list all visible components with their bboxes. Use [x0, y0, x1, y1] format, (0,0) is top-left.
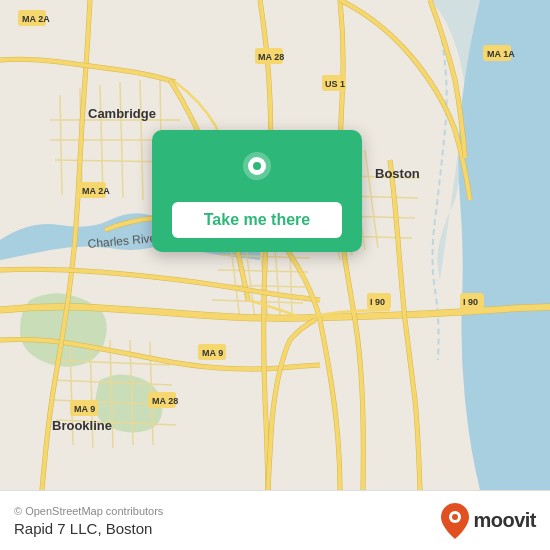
svg-point-65: [452, 514, 458, 520]
location-name: Rapid 7 LLC: [14, 520, 97, 537]
svg-text:MA 28: MA 28: [152, 396, 178, 406]
location-card: Take me there: [152, 130, 362, 252]
svg-text:US 1: US 1: [325, 79, 345, 89]
svg-text:MA 1A: MA 1A: [487, 49, 515, 59]
svg-text:I 90: I 90: [370, 297, 385, 307]
svg-text:Cambridge: Cambridge: [88, 106, 156, 121]
svg-text:MA 2A: MA 2A: [22, 14, 50, 24]
svg-text:MA 2A: MA 2A: [82, 186, 110, 196]
location-pin-icon: [235, 148, 279, 192]
svg-text:Brookline: Brookline: [52, 418, 112, 433]
location-text: Rapid 7 LLC, Boston: [14, 520, 163, 537]
copyright-text: © OpenStreetMap contributors: [14, 505, 163, 517]
svg-text:I 90: I 90: [463, 297, 478, 307]
svg-text:MA 28: MA 28: [258, 52, 284, 62]
location-city: Boston: [106, 520, 153, 537]
moovit-pin-icon: [441, 503, 469, 539]
take-me-there-button[interactable]: Take me there: [172, 202, 342, 238]
svg-text:Boston: Boston: [375, 166, 420, 181]
bottom-left: © OpenStreetMap contributors Rapid 7 LLC…: [14, 505, 163, 537]
map-container: Cambridge Boston Brookline Charles River…: [0, 0, 550, 490]
svg-text:MA 9: MA 9: [74, 404, 95, 414]
svg-text:MA 9: MA 9: [202, 348, 223, 358]
moovit-word-mark: moovit: [473, 509, 536, 532]
bottom-bar: © OpenStreetMap contributors Rapid 7 LLC…: [0, 490, 550, 550]
svg-point-63: [253, 162, 261, 170]
location-separator: ,: [97, 520, 105, 537]
moovit-logo: moovit: [441, 503, 536, 539]
